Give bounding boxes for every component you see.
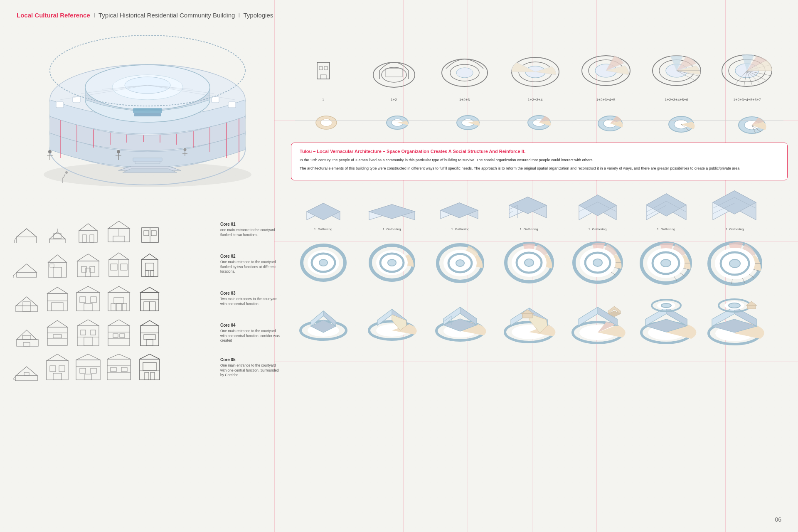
svg-rect-97 xyxy=(145,271,149,276)
svg-rect-125 xyxy=(22,335,31,340)
complex-item-3 xyxy=(428,292,493,344)
diagram-label-7: 1+2+3+4+5+6+7 xyxy=(733,98,761,102)
shape-sketch-2c xyxy=(74,251,102,278)
diagram-label-1: 1 xyxy=(322,98,324,102)
core-04-label: Core 04 One main entrance to the courtya… xyxy=(216,323,283,344)
shape-sketch-5d xyxy=(105,354,133,381)
typology-row-5: Core 05 One main entrance to the courtya… xyxy=(12,354,283,381)
diagram-svg-3 xyxy=(438,42,492,96)
gather-shape-3 xyxy=(436,193,484,226)
typology-row-3: Core 03 Two main entrances to the courty… xyxy=(12,285,283,312)
svg-line-58 xyxy=(15,237,17,240)
svg-rect-120 xyxy=(144,302,150,311)
core-01-desc: one main entrance to the courtyard flank… xyxy=(220,228,283,238)
diagram-item-4: 1+2+3+4 xyxy=(503,39,567,102)
gathering-item-3: 1. Gathering xyxy=(428,193,493,231)
shape-sketch-2b xyxy=(43,251,71,278)
ring-svg-7 xyxy=(706,233,764,287)
complex-svg-5 xyxy=(566,291,629,345)
svg-marker-90 xyxy=(109,253,129,260)
svg-rect-156 xyxy=(53,373,62,380)
shape-sketch-5c xyxy=(74,354,102,381)
left-panel: Core 01 one main entrance to the courtya… xyxy=(12,25,283,515)
right-panel: 1 1+2 xyxy=(291,27,788,515)
core-01-label: Core 01 one main entrance to the courtya… xyxy=(216,222,283,238)
svg-rect-134 xyxy=(91,330,96,335)
diagram-item-1: 1 xyxy=(291,54,355,102)
svg-rect-149 xyxy=(16,376,37,381)
svg-rect-92 xyxy=(111,264,117,270)
svg-marker-144 xyxy=(140,320,159,326)
svg-rect-168 xyxy=(121,367,127,372)
gathering-label-5: 1. Gathering xyxy=(588,227,606,231)
gather-shape-4 xyxy=(505,191,553,226)
gather-shape-1 xyxy=(300,195,346,226)
gathering-row: 1. Gathering 1. Gathering 1. G xyxy=(291,185,788,231)
diagram-label-2: 1+2 xyxy=(391,98,397,102)
complex-svg-2 xyxy=(363,293,421,343)
svg-marker-65 xyxy=(79,224,97,231)
diagram-svg-2 xyxy=(367,46,421,96)
evo-item-4 xyxy=(507,109,571,136)
diagram-svg-4 xyxy=(508,39,562,96)
svg-rect-358 xyxy=(747,305,756,309)
svg-point-291 xyxy=(593,259,602,266)
svg-rect-26 xyxy=(212,97,219,103)
gather-shape-2 xyxy=(367,193,417,226)
svg-rect-123 xyxy=(17,340,38,346)
diagram-item-3: 1+2+3 xyxy=(432,42,497,102)
core-03-label: Core 03 Two main entrances to the courty… xyxy=(216,291,283,307)
svg-rect-70 xyxy=(113,236,125,242)
svg-rect-82 xyxy=(53,267,62,277)
svg-rect-115 xyxy=(111,303,115,311)
svg-rect-147 xyxy=(146,340,153,346)
diagram-svg-1 xyxy=(305,54,342,96)
typology-row-4: Core 04 One main entrance to the courtya… xyxy=(12,320,283,347)
typo-shapes-5 xyxy=(12,354,213,381)
svg-rect-114 xyxy=(116,303,121,311)
typo-shapes-3 xyxy=(12,285,213,312)
evo-item-5 xyxy=(578,109,643,136)
core-02-desc: One main entrance to the courtyard flank… xyxy=(220,260,283,275)
ring-item-5 xyxy=(565,234,630,286)
sep2: I xyxy=(238,12,240,19)
core-03-title: Core 03 xyxy=(220,291,283,296)
shape-sketch-5a xyxy=(12,354,41,381)
ring-item-4 xyxy=(497,234,561,286)
typology-section: Core 01 one main entrance to the courtya… xyxy=(12,216,283,389)
core-04-desc: One main entrance to the courtyard with … xyxy=(220,329,283,344)
evo-item-2 xyxy=(365,109,430,136)
core-02-label: Core 02 One main entrance to the courtya… xyxy=(216,254,283,275)
svg-rect-93 xyxy=(121,264,127,270)
svg-rect-98 xyxy=(150,271,154,276)
diagram-label-4: 1+2+3+4 xyxy=(528,98,543,102)
svg-rect-116 xyxy=(123,303,127,311)
typo-shapes-4 xyxy=(12,320,213,347)
svg-rect-133 xyxy=(81,330,86,335)
svg-rect-74 xyxy=(144,231,149,236)
svg-rect-61 xyxy=(49,239,65,243)
svg-rect-161 xyxy=(91,368,96,373)
shape-sketch-1e xyxy=(135,216,164,243)
page-number: 06 xyxy=(775,516,781,523)
diagram-label-5: 1+2+3+4+5 xyxy=(596,98,615,102)
svg-rect-126 xyxy=(47,327,67,345)
shape-sketch-2d xyxy=(105,251,133,278)
svg-rect-137 xyxy=(108,326,130,346)
evo-item-7 xyxy=(720,109,784,136)
svg-rect-146 xyxy=(144,335,155,340)
gathering-item-5: 1. Gathering xyxy=(565,189,630,231)
typology-row-2: Core 02 One main entrance to the courtya… xyxy=(12,251,283,278)
shape-sketch-1c xyxy=(74,216,102,243)
svg-rect-173 xyxy=(150,372,155,380)
gathering-label-6: 1. Gathering xyxy=(657,227,675,231)
svg-rect-84 xyxy=(77,261,99,277)
diagram-item-6: 1+2+3+4+5+6 xyxy=(644,35,709,102)
gathering-item-2: 1. Gathering xyxy=(360,193,424,231)
evolution-row xyxy=(291,106,788,139)
info-box-para2: The architectural elements of this build… xyxy=(300,165,779,171)
complex-item-7 xyxy=(702,290,767,346)
svg-marker-103 xyxy=(47,287,67,293)
svg-rect-124 xyxy=(23,342,30,346)
ring-row-1 xyxy=(291,233,788,287)
